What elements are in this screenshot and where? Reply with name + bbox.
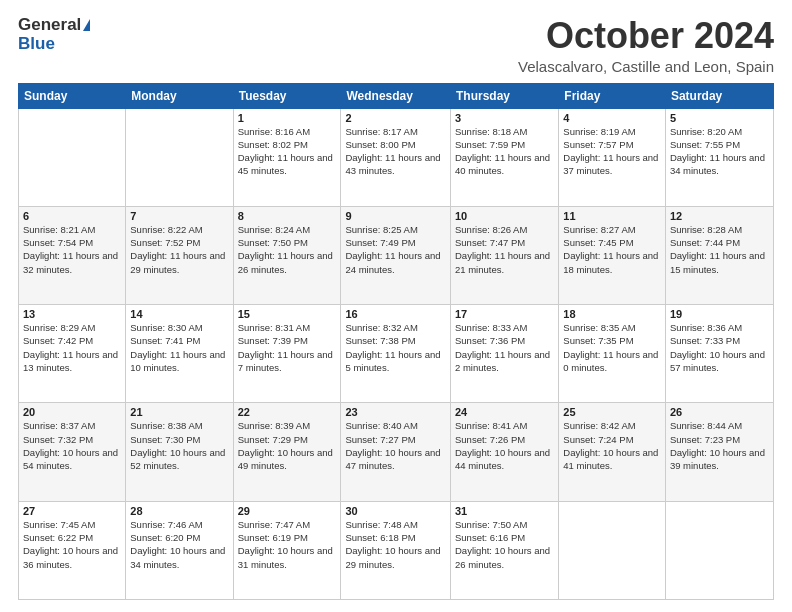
title-location: Velascalvaro, Castille and Leon, Spain — [518, 58, 774, 75]
day-info-15: Sunrise: 8:31 AM Sunset: 7:39 PM Dayligh… — [238, 321, 337, 374]
calendar-cell-w5-d2: 28Sunrise: 7:46 AM Sunset: 6:20 PM Dayli… — [126, 501, 233, 599]
day-number-13: 13 — [23, 308, 121, 320]
day-number-5: 5 — [670, 112, 769, 124]
day-number-25: 25 — [563, 406, 661, 418]
day-info-10: Sunrise: 8:26 AM Sunset: 7:47 PM Dayligh… — [455, 223, 554, 276]
calendar-week-5: 27Sunrise: 7:45 AM Sunset: 6:22 PM Dayli… — [19, 501, 774, 599]
day-info-28: Sunrise: 7:46 AM Sunset: 6:20 PM Dayligh… — [130, 518, 228, 571]
calendar-cell-w2-d1: 6Sunrise: 8:21 AM Sunset: 7:54 PM Daylig… — [19, 206, 126, 304]
day-info-6: Sunrise: 8:21 AM Sunset: 7:54 PM Dayligh… — [23, 223, 121, 276]
page: General Blue October 2024 Velascalvaro, … — [0, 0, 792, 612]
day-info-1: Sunrise: 8:16 AM Sunset: 8:02 PM Dayligh… — [238, 125, 337, 178]
day-info-31: Sunrise: 7:50 AM Sunset: 6:16 PM Dayligh… — [455, 518, 554, 571]
logo-icon — [83, 19, 90, 31]
calendar-cell-w4-d4: 23Sunrise: 8:40 AM Sunset: 7:27 PM Dayli… — [341, 403, 451, 501]
calendar-cell-w2-d6: 11Sunrise: 8:27 AM Sunset: 7:45 PM Dayli… — [559, 206, 666, 304]
calendar-cell-w2-d3: 8Sunrise: 8:24 AM Sunset: 7:50 PM Daylig… — [233, 206, 341, 304]
calendar-cell-w1-d3: 1Sunrise: 8:16 AM Sunset: 8:02 PM Daylig… — [233, 108, 341, 206]
calendar-cell-w5-d5: 31Sunrise: 7:50 AM Sunset: 6:16 PM Dayli… — [451, 501, 559, 599]
day-info-20: Sunrise: 8:37 AM Sunset: 7:32 PM Dayligh… — [23, 419, 121, 472]
calendar-cell-w5-d6 — [559, 501, 666, 599]
calendar-cell-w4-d1: 20Sunrise: 8:37 AM Sunset: 7:32 PM Dayli… — [19, 403, 126, 501]
day-number-30: 30 — [345, 505, 446, 517]
day-info-22: Sunrise: 8:39 AM Sunset: 7:29 PM Dayligh… — [238, 419, 337, 472]
calendar-cell-w1-d6: 4Sunrise: 8:19 AM Sunset: 7:57 PM Daylig… — [559, 108, 666, 206]
calendar-cell-w5-d3: 29Sunrise: 7:47 AM Sunset: 6:19 PM Dayli… — [233, 501, 341, 599]
calendar-cell-w3-d7: 19Sunrise: 8:36 AM Sunset: 7:33 PM Dayli… — [665, 305, 773, 403]
header-friday: Friday — [559, 83, 666, 108]
day-number-20: 20 — [23, 406, 121, 418]
day-number-23: 23 — [345, 406, 446, 418]
calendar-cell-w3-d4: 16Sunrise: 8:32 AM Sunset: 7:38 PM Dayli… — [341, 305, 451, 403]
day-info-19: Sunrise: 8:36 AM Sunset: 7:33 PM Dayligh… — [670, 321, 769, 374]
day-number-21: 21 — [130, 406, 228, 418]
day-info-12: Sunrise: 8:28 AM Sunset: 7:44 PM Dayligh… — [670, 223, 769, 276]
calendar-week-4: 20Sunrise: 8:37 AM Sunset: 7:32 PM Dayli… — [19, 403, 774, 501]
day-number-28: 28 — [130, 505, 228, 517]
calendar-cell-w1-d5: 3Sunrise: 8:18 AM Sunset: 7:59 PM Daylig… — [451, 108, 559, 206]
day-number-31: 31 — [455, 505, 554, 517]
day-info-21: Sunrise: 8:38 AM Sunset: 7:30 PM Dayligh… — [130, 419, 228, 472]
calendar-cell-w1-d2 — [126, 108, 233, 206]
day-info-24: Sunrise: 8:41 AM Sunset: 7:26 PM Dayligh… — [455, 419, 554, 472]
day-info-5: Sunrise: 8:20 AM Sunset: 7:55 PM Dayligh… — [670, 125, 769, 178]
day-number-15: 15 — [238, 308, 337, 320]
day-number-8: 8 — [238, 210, 337, 222]
calendar-cell-w2-d4: 9Sunrise: 8:25 AM Sunset: 7:49 PM Daylig… — [341, 206, 451, 304]
day-info-3: Sunrise: 8:18 AM Sunset: 7:59 PM Dayligh… — [455, 125, 554, 178]
day-info-7: Sunrise: 8:22 AM Sunset: 7:52 PM Dayligh… — [130, 223, 228, 276]
day-number-24: 24 — [455, 406, 554, 418]
calendar-cell-w4-d3: 22Sunrise: 8:39 AM Sunset: 7:29 PM Dayli… — [233, 403, 341, 501]
title-area: October 2024 Velascalvaro, Castille and … — [518, 16, 774, 75]
header-tuesday: Tuesday — [233, 83, 341, 108]
calendar-cell-w1-d1 — [19, 108, 126, 206]
day-info-26: Sunrise: 8:44 AM Sunset: 7:23 PM Dayligh… — [670, 419, 769, 472]
calendar-cell-w3-d5: 17Sunrise: 8:33 AM Sunset: 7:36 PM Dayli… — [451, 305, 559, 403]
calendar-cell-w4-d5: 24Sunrise: 8:41 AM Sunset: 7:26 PM Dayli… — [451, 403, 559, 501]
day-number-19: 19 — [670, 308, 769, 320]
day-number-2: 2 — [345, 112, 446, 124]
day-number-18: 18 — [563, 308, 661, 320]
day-info-4: Sunrise: 8:19 AM Sunset: 7:57 PM Dayligh… — [563, 125, 661, 178]
day-number-27: 27 — [23, 505, 121, 517]
day-info-30: Sunrise: 7:48 AM Sunset: 6:18 PM Dayligh… — [345, 518, 446, 571]
calendar-header-row: Sunday Monday Tuesday Wednesday Thursday… — [19, 83, 774, 108]
day-info-11: Sunrise: 8:27 AM Sunset: 7:45 PM Dayligh… — [563, 223, 661, 276]
logo-blue-text: Blue — [18, 35, 55, 54]
day-number-10: 10 — [455, 210, 554, 222]
day-info-14: Sunrise: 8:30 AM Sunset: 7:41 PM Dayligh… — [130, 321, 228, 374]
day-number-29: 29 — [238, 505, 337, 517]
calendar-cell-w4-d2: 21Sunrise: 8:38 AM Sunset: 7:30 PM Dayli… — [126, 403, 233, 501]
day-number-3: 3 — [455, 112, 554, 124]
calendar-cell-w5-d1: 27Sunrise: 7:45 AM Sunset: 6:22 PM Dayli… — [19, 501, 126, 599]
header-saturday: Saturday — [665, 83, 773, 108]
day-number-12: 12 — [670, 210, 769, 222]
day-info-29: Sunrise: 7:47 AM Sunset: 6:19 PM Dayligh… — [238, 518, 337, 571]
calendar-cell-w3-d2: 14Sunrise: 8:30 AM Sunset: 7:41 PM Dayli… — [126, 305, 233, 403]
calendar-cell-w2-d7: 12Sunrise: 8:28 AM Sunset: 7:44 PM Dayli… — [665, 206, 773, 304]
day-number-1: 1 — [238, 112, 337, 124]
calendar-cell-w3-d6: 18Sunrise: 8:35 AM Sunset: 7:35 PM Dayli… — [559, 305, 666, 403]
day-info-25: Sunrise: 8:42 AM Sunset: 7:24 PM Dayligh… — [563, 419, 661, 472]
calendar-week-2: 6Sunrise: 8:21 AM Sunset: 7:54 PM Daylig… — [19, 206, 774, 304]
day-info-16: Sunrise: 8:32 AM Sunset: 7:38 PM Dayligh… — [345, 321, 446, 374]
day-info-18: Sunrise: 8:35 AM Sunset: 7:35 PM Dayligh… — [563, 321, 661, 374]
calendar-cell-w5-d4: 30Sunrise: 7:48 AM Sunset: 6:18 PM Dayli… — [341, 501, 451, 599]
header-monday: Monday — [126, 83, 233, 108]
calendar-cell-w1-d4: 2Sunrise: 8:17 AM Sunset: 8:00 PM Daylig… — [341, 108, 451, 206]
day-info-23: Sunrise: 8:40 AM Sunset: 7:27 PM Dayligh… — [345, 419, 446, 472]
day-number-6: 6 — [23, 210, 121, 222]
day-info-8: Sunrise: 8:24 AM Sunset: 7:50 PM Dayligh… — [238, 223, 337, 276]
day-info-27: Sunrise: 7:45 AM Sunset: 6:22 PM Dayligh… — [23, 518, 121, 571]
calendar-week-3: 13Sunrise: 8:29 AM Sunset: 7:42 PM Dayli… — [19, 305, 774, 403]
calendar-cell-w2-d5: 10Sunrise: 8:26 AM Sunset: 7:47 PM Dayli… — [451, 206, 559, 304]
day-number-9: 9 — [345, 210, 446, 222]
day-number-26: 26 — [670, 406, 769, 418]
calendar-cell-w2-d2: 7Sunrise: 8:22 AM Sunset: 7:52 PM Daylig… — [126, 206, 233, 304]
calendar-cell-w3-d3: 15Sunrise: 8:31 AM Sunset: 7:39 PM Dayli… — [233, 305, 341, 403]
calendar-cell-w5-d7 — [665, 501, 773, 599]
day-info-17: Sunrise: 8:33 AM Sunset: 7:36 PM Dayligh… — [455, 321, 554, 374]
calendar-table: Sunday Monday Tuesday Wednesday Thursday… — [18, 83, 774, 600]
calendar-cell-w1-d7: 5Sunrise: 8:20 AM Sunset: 7:55 PM Daylig… — [665, 108, 773, 206]
day-number-11: 11 — [563, 210, 661, 222]
